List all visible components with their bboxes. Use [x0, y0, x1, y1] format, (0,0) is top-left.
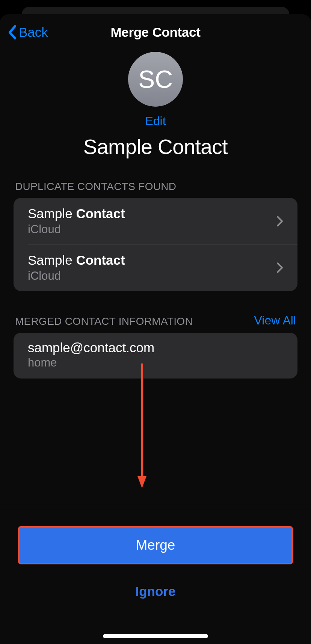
duplicate-name: Sample Contact	[28, 206, 125, 221]
email-row[interactable]: sample@contact.com home	[14, 333, 297, 379]
bottom-action-area: Merge Ignore	[0, 510, 311, 644]
nav-bar: Back Merge Contact	[0, 14, 311, 50]
avatar-initials: SC	[138, 65, 173, 94]
duplicate-row-text: Sample Contact iCloud	[28, 253, 125, 283]
chevron-right-icon	[276, 262, 283, 273]
merge-button[interactable]: Merge	[18, 526, 293, 564]
contact-name: Sample Contact	[0, 135, 311, 159]
back-label: Back	[19, 25, 48, 40]
edit-button[interactable]: Edit	[0, 114, 311, 128]
sheet-background-stack	[22, 7, 289, 14]
nav-title: Merge Contact	[110, 25, 200, 40]
duplicate-row[interactable]: Sample Contact iCloud	[14, 198, 297, 244]
duplicate-row-text: Sample Contact iCloud	[28, 206, 125, 236]
contact-avatar: SC	[128, 52, 183, 107]
chevron-right-icon	[276, 216, 283, 227]
email-value: sample@contact.com	[28, 340, 283, 355]
chevron-left-icon	[8, 25, 17, 40]
merged-info-section-header: MERGED CONTACT INFORMATION View All	[0, 314, 311, 330]
duplicates-section-label: DUPLICATE CONTACTS FOUND	[15, 181, 176, 193]
duplicate-name: Sample Contact	[28, 253, 125, 268]
duplicate-source: iCloud	[28, 269, 125, 283]
ignore-button[interactable]: Ignore	[18, 584, 293, 599]
duplicate-row[interactable]: Sample Contact iCloud	[14, 244, 297, 291]
merged-info-list: sample@contact.com home	[14, 333, 297, 379]
modal-sheet: Back Merge Contact SC Edit Sample Contac…	[0, 14, 311, 644]
email-label: home	[28, 356, 283, 370]
duplicate-source: iCloud	[28, 223, 125, 236]
view-all-button[interactable]: View All	[254, 314, 296, 327]
merged-info-section-label: MERGED CONTACT INFORMATION	[15, 315, 193, 327]
duplicates-section-header: DUPLICATE CONTACTS FOUND	[0, 181, 311, 195]
back-button[interactable]: Back	[8, 14, 48, 50]
home-indicator[interactable]	[103, 634, 208, 638]
duplicates-list: Sample Contact iCloud Sample Contact iCl…	[14, 198, 297, 291]
